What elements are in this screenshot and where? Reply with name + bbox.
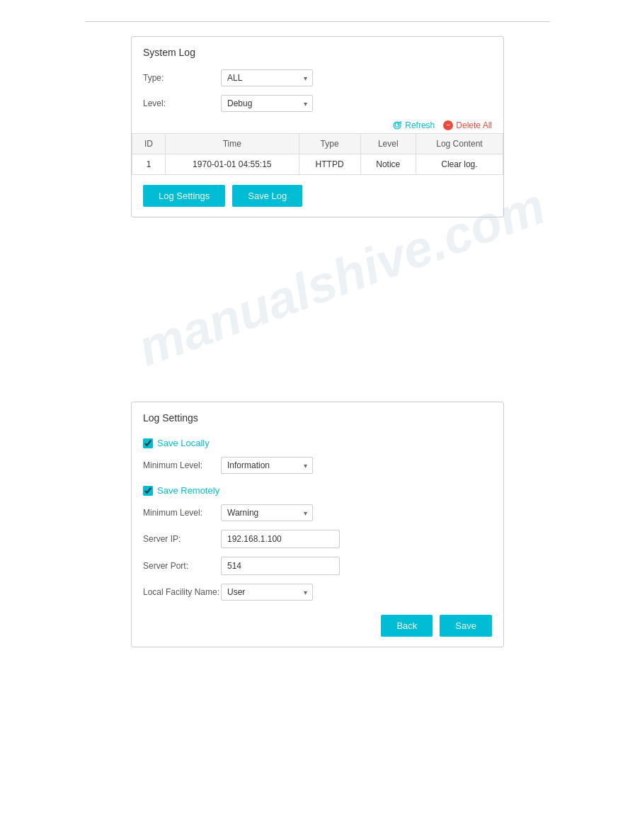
refresh-label: Refresh [405,120,435,130]
min-level-remote-control: Debug Notice Information Warning Error [221,504,313,521]
type-select-wrapper: ALL HTTPD SYSTEM [221,69,313,86]
log-settings-title: Log Settings [132,402,503,431]
col-content: Log Content [416,134,503,154]
server-ip-input[interactable] [221,530,340,548]
type-select-container: ALL HTTPD SYSTEM [221,69,313,86]
local-facility-select-container: User Kernel Mail Daemon [221,584,313,601]
cell-content: Clear log. [416,154,503,175]
col-id: ID [132,134,166,154]
action-bar: Refresh − Delete All [132,116,503,133]
type-row: Type: ALL HTTPD SYSTEM [132,65,503,91]
min-level-remote-select[interactable]: Debug Notice Information Warning Error [221,504,313,521]
spacer [0,232,635,387]
col-time: Time [166,134,299,154]
server-port-control [221,557,340,575]
system-log-panel: System Log Type: ALL HTTPD SYSTEM Level:… [131,36,504,217]
min-level-local-select[interactable]: Debug Notice Information Warning Error [221,457,313,474]
log-settings-panel: Log Settings Save Locally Minimum Level:… [131,402,504,647]
save-remotely-text: Save Remotely [157,485,219,496]
cell-type: HTTPD [299,154,360,175]
save-log-button[interactable]: Save Log [232,185,302,207]
server-ip-label: Server IP: [143,534,221,544]
local-facility-row: Local Facility Name: User Kernel Mail Da… [132,579,503,605]
type-select[interactable]: ALL HTTPD SYSTEM [221,69,313,86]
save-locally-label[interactable]: Save Locally [143,438,210,448]
level-select-container: Debug Notice Warning Error Information [221,95,313,112]
system-log-title: System Log [132,37,503,65]
cell-time: 1970-01-01 04:55:15 [166,154,299,175]
table-row: 1 1970-01-01 04:55:15 HTTPD Notice Clear… [132,154,503,175]
server-ip-row: Server IP: [132,526,503,552]
log-button-row: Log Settings Save Log [132,175,503,217]
save-remotely-checkbox[interactable] [143,486,153,496]
level-label: Level: [143,98,221,108]
save-remotely-label[interactable]: Save Remotely [143,485,219,496]
save-locally-row: Save Locally [132,431,503,453]
server-port-label: Server Port: [143,561,221,571]
log-settings-button-row: Back Save [132,605,503,647]
local-facility-select[interactable]: User Kernel Mail Daemon [221,584,313,601]
server-port-input[interactable] [221,557,340,575]
save-locally-checkbox[interactable] [143,438,153,448]
min-level-local-control: Debug Notice Information Warning Error [221,457,313,474]
server-port-row: Server Port: [132,552,503,579]
col-level: Level [360,134,416,154]
type-label: Type: [143,73,221,83]
min-level-remote-row: Minimum Level: Debug Notice Information … [132,500,503,526]
log-settings-button[interactable]: Log Settings [143,185,225,207]
col-type: Type [299,134,360,154]
delete-icon: − [443,120,453,130]
table-header-row: ID Time Type Level Log Content [132,134,503,154]
cell-level: Notice [360,154,416,175]
refresh-button[interactable]: Refresh [392,120,435,130]
min-level-remote-label: Minimum Level: [143,508,221,518]
local-facility-control: User Kernel Mail Daemon [221,584,313,601]
refresh-icon [392,120,402,130]
log-table: ID Time Type Level Log Content 1 1970-01… [132,133,503,175]
min-level-local-select-container: Debug Notice Information Warning Error [221,457,313,474]
save-remotely-row: Save Remotely [132,478,503,500]
server-ip-control [221,530,340,548]
save-locally-text: Save Locally [157,438,210,448]
save-button[interactable]: Save [440,615,492,637]
level-row: Level: Debug Notice Warning Error Inform… [132,91,503,116]
cell-id: 1 [132,154,166,175]
level-select[interactable]: Debug Notice Warning Error Information [221,95,313,112]
level-select-wrapper: Debug Notice Warning Error Information [221,95,313,112]
min-level-local-label: Minimum Level: [143,460,221,470]
back-button[interactable]: Back [381,615,433,637]
min-level-remote-select-container: Debug Notice Information Warning Error [221,504,313,521]
local-facility-label: Local Facility Name: [143,587,221,597]
top-divider [85,21,550,22]
delete-all-label: Delete All [456,120,492,130]
delete-all-button[interactable]: − Delete All [443,120,492,130]
min-level-local-row: Minimum Level: Debug Notice Information … [132,453,503,478]
